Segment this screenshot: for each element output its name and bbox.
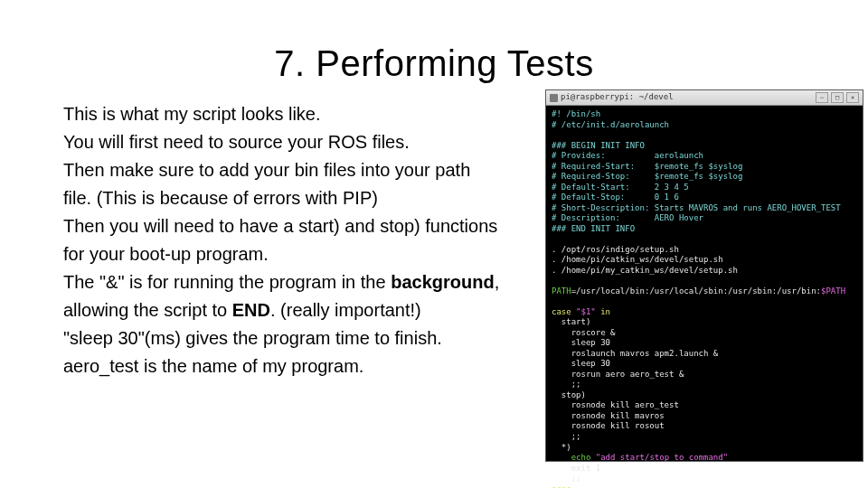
code-line: roslaunch mavros apm2.launch & [552,349,718,358]
terminal-titlebar: pi@raspberrypi: ~/devel – □ × [546,90,863,106]
text-bold: END [232,300,270,320]
text: The "&" is for running the program in th… [63,272,391,292]
code-line: ### END INIT INFO [552,224,635,233]
terminal-icon [550,94,558,102]
code-line: sleep 30 [552,338,610,347]
code-line: # Provides: aerolaunch [552,151,703,160]
code-line: ### BEGIN INIT INFO [552,141,645,150]
body-line: for your boot-up program. [63,241,552,267]
body-line: allowing the script to END. (really impo… [63,297,552,324]
text: allowing the script to [63,300,232,320]
code-line: # Default-Start: 2 3 4 5 [552,183,689,192]
code-line: rosnode kill aero_test [552,400,679,409]
code-line: ;; [552,432,581,441]
terminal-title-text: pi@raspberrypi: ~/devel [561,92,813,103]
code-kw: in [596,307,610,316]
slide: 7. Performing Tests This is what my scri… [0,0,868,488]
body-line: Then make sure to add your bin files int… [63,157,552,183]
body-line: "sleep 30"(ms) gives the program time to… [63,325,552,352]
code-line: # /etc/init.d/aerolaunch [552,120,669,129]
body-line: You will first need to source your ROS f… [63,129,552,155]
terminal-window: pi@raspberrypi: ~/devel – □ × #! /bin/sh… [546,90,863,461]
code-line: # Required-Stop: $remote_fs $syslog [552,172,742,181]
text: , [495,272,500,292]
code-line: sleep 30 [552,359,610,368]
close-button[interactable]: × [846,92,859,103]
code-line: exit 1 [552,464,600,473]
code-line: start) [552,317,590,326]
code-kw: esac [552,484,571,488]
code-line: ;; [552,474,581,483]
code-cmd: echo [552,453,596,462]
code-line: roscore & [552,328,615,337]
code-str: "$1" [576,307,596,316]
body-line: This is what my script looks like. [63,101,552,127]
code-line: rosrun aero aero_test & [552,370,684,379]
code-line: # Short-Description: Starts MAVROS and r… [552,203,841,212]
code-line: # Default-Stop: 0 1 6 [552,192,679,202]
code-kw: case [552,307,576,316]
minimize-button[interactable]: – [816,92,828,103]
maximize-button[interactable]: □ [831,92,844,103]
code-line: #! /bin/sh [552,109,600,118]
code-line: stop) [552,390,586,399]
body-line: Then you will need to have a start) and … [63,213,552,239]
body-line: aero_test is the name of my program. [63,353,552,380]
code-line: *) [552,443,571,452]
text-bold: background [391,272,494,292]
body-line: file. (This is because of errors with PI… [63,185,552,211]
code-line: . /home/pi/my_catkin_ws/devel/setup.sh [552,266,738,275]
code-line: # Required-Start: $remote_fs $syslog [552,162,742,171]
terminal-body[interactable]: #! /bin/sh # /etc/init.d/aerolaunch ### … [546,106,863,488]
body-line: The "&" is for running the program in th… [63,269,552,296]
code-line: . /home/pi/catkin_ws/devel/setup.sh [552,255,723,264]
code-line: . /opt/ros/indigo/setup.sh [552,245,679,254]
code-var: $PATH [821,286,845,296]
code-text: =/usr/local/bin:/usr/local/sbin:/usr/sbi… [571,286,821,296]
text: . (really important!) [270,300,421,320]
code-line: ;; [552,380,581,389]
slide-title: 7. Performing Tests [0,43,868,84]
code-line: rosnode kill rosout [552,421,665,430]
body-text-block: This is what my script looks like. You w… [63,101,552,381]
code-line: rosnode kill mavros [552,411,665,420]
code-line: # Description: AERO Hover [552,213,703,222]
code-var: PATH [552,286,571,296]
code-str: "add start/stop to command" [596,453,728,462]
